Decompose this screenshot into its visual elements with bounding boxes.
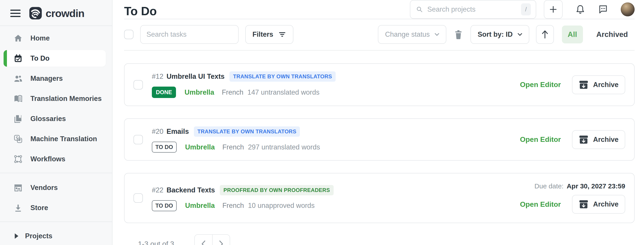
search-tasks-box[interactable]: [140, 25, 238, 44]
archive-label: Archive: [593, 136, 618, 144]
select-task-checkbox[interactable]: [134, 80, 143, 90]
archive-label: Archive: [593, 81, 618, 89]
chevron-down-icon: [518, 33, 522, 36]
search-shortcut-hint: /: [521, 3, 531, 16]
delete-tasks-button[interactable]: [454, 30, 463, 39]
arrow-up-icon: [541, 30, 549, 39]
select-task-checkbox[interactable]: [134, 193, 143, 203]
task-language: French: [222, 202, 244, 210]
sidebar-item-label: Managers: [30, 75, 63, 83]
task-id: #20: [152, 128, 164, 136]
project-link[interactable]: Umbrella: [184, 88, 214, 96]
trash-icon: [454, 30, 463, 39]
task-info: #20 Emails TRANSLATE BY OWN TRANSLATORS …: [152, 126, 520, 153]
crowdin-logo-icon: [29, 7, 42, 20]
notifications-button[interactable]: [575, 4, 586, 15]
next-page-button[interactable]: [212, 235, 230, 245]
machine-translation-icon: [14, 134, 23, 144]
sort-by-dropdown[interactable]: Sort by: ID: [470, 25, 529, 44]
select-all-checkbox[interactable]: [124, 30, 134, 39]
workflow-badge: TRANSLATE BY OWN TRANSLATORS: [230, 71, 336, 82]
due-date-value: Apr 30, 2027 23:59: [567, 182, 625, 190]
sidebar-item-projects[interactable]: Projects: [4, 228, 106, 244]
page-title: To Do: [124, 1, 157, 18]
tab-archived[interactable]: Archived: [596, 30, 628, 39]
task-id: #12: [152, 73, 164, 81]
search-tasks-input[interactable]: [146, 31, 232, 39]
crowdin-logo[interactable]: crowdin: [29, 7, 84, 20]
bell-icon: [575, 4, 586, 15]
due-date: Due date: Apr 30, 2027 23:59: [534, 182, 625, 190]
search-projects-input[interactable]: [427, 5, 516, 14]
chevron-right-icon: [218, 240, 224, 245]
previous-page-button[interactable]: [195, 235, 212, 245]
messages-button[interactable]: [598, 4, 608, 15]
archive-label: Archive: [593, 200, 618, 208]
archive-button[interactable]: Archive: [572, 130, 625, 149]
sort-direction-button[interactable]: [536, 25, 554, 44]
project-link[interactable]: Umbrella: [185, 202, 215, 210]
sidebar-item-glossaries[interactable]: Glossaries: [4, 111, 106, 127]
archive-button[interactable]: Archive: [572, 75, 625, 94]
open-editor-link[interactable]: Open Editor: [520, 135, 561, 144]
sidebar-item-vendors[interactable]: Vendors: [4, 179, 106, 196]
due-date-label: Due date:: [534, 182, 564, 190]
archive-button[interactable]: Archive: [572, 195, 625, 214]
crowdin-wordmark: crowdin: [46, 7, 84, 20]
sidebar-item-label: Store: [30, 204, 48, 212]
filter-icon: [278, 31, 286, 39]
task-actions: Due date: Apr 30, 2027 23:59 Open Editor…: [520, 182, 625, 214]
archive-icon: [579, 135, 588, 145]
task-card: #22 Backend Texts PROOFREAD BY OWN PROOF…: [124, 173, 634, 223]
task-word-count: 297 untranslated words: [248, 143, 320, 151]
hamburger-menu-icon[interactable]: [10, 10, 20, 17]
task-title[interactable]: Umbrella UI Texts: [166, 73, 225, 81]
sidebar-item-label: Workflows: [30, 155, 65, 163]
change-status-label: Change status: [385, 31, 430, 39]
task-title[interactable]: Backend Texts: [166, 186, 215, 194]
sidebar-item-translation-memories[interactable]: Translation Memories: [4, 90, 106, 107]
plus-icon: [549, 5, 558, 14]
sidebar-divider: [0, 173, 112, 173]
sidebar-item-managers[interactable]: Managers: [4, 70, 106, 87]
tab-all[interactable]: All: [562, 26, 583, 43]
sidebar-item-label: Translation Memories: [30, 95, 102, 103]
search-projects-box[interactable]: /: [410, 0, 536, 19]
open-editor-link[interactable]: Open Editor: [520, 81, 561, 89]
task-card: #20 Emails TRANSLATE BY OWN TRANSLATORS …: [124, 118, 634, 161]
change-status-dropdown[interactable]: Change status: [378, 25, 446, 44]
todo-calendar-icon: [14, 54, 23, 63]
store-icon: [14, 203, 23, 212]
sidebar-item-store[interactable]: Store: [4, 200, 106, 216]
task-language: French: [222, 143, 244, 151]
sidebar-item-home[interactable]: Home: [4, 30, 106, 47]
status-badge: DONE: [152, 87, 176, 98]
user-avatar[interactable]: [621, 3, 634, 16]
managers-icon: [14, 74, 23, 83]
chevron-right-icon: [15, 233, 18, 239]
sidebar-item-machine-translation[interactable]: Machine Translation: [4, 131, 106, 147]
main-content: To Do /: [112, 0, 644, 245]
pagination-summary: 1-3 out of 3: [138, 240, 174, 245]
pagination: 1-3 out of 3: [124, 234, 634, 245]
task-word-count: 10 unapproved words: [248, 202, 314, 210]
sidebar-item-workflows[interactable]: Workflows: [4, 151, 106, 167]
chat-icon: [598, 4, 608, 15]
open-editor-link[interactable]: Open Editor: [520, 200, 561, 208]
sidebar-item-label: Home: [30, 34, 50, 42]
status-badge: TO DO: [152, 142, 177, 153]
search-icon: [416, 5, 423, 14]
select-task-checkbox[interactable]: [134, 135, 143, 144]
home-icon: [14, 34, 23, 43]
create-project-button[interactable]: [544, 0, 562, 19]
sidebar-item-label: Vendors: [30, 184, 58, 192]
task-title[interactable]: Emails: [166, 128, 189, 136]
filters-button[interactable]: Filters: [245, 25, 294, 44]
vendors-icon: [14, 183, 23, 192]
project-link[interactable]: Umbrella: [185, 143, 215, 151]
chevron-down-icon: [435, 33, 439, 36]
filters-label: Filters: [252, 31, 273, 39]
task-info: #12 Umbrella UI Texts TRANSLATE BY OWN T…: [152, 71, 520, 98]
archive-icon: [579, 199, 588, 209]
sidebar-item-todo[interactable]: To Do: [4, 50, 106, 67]
